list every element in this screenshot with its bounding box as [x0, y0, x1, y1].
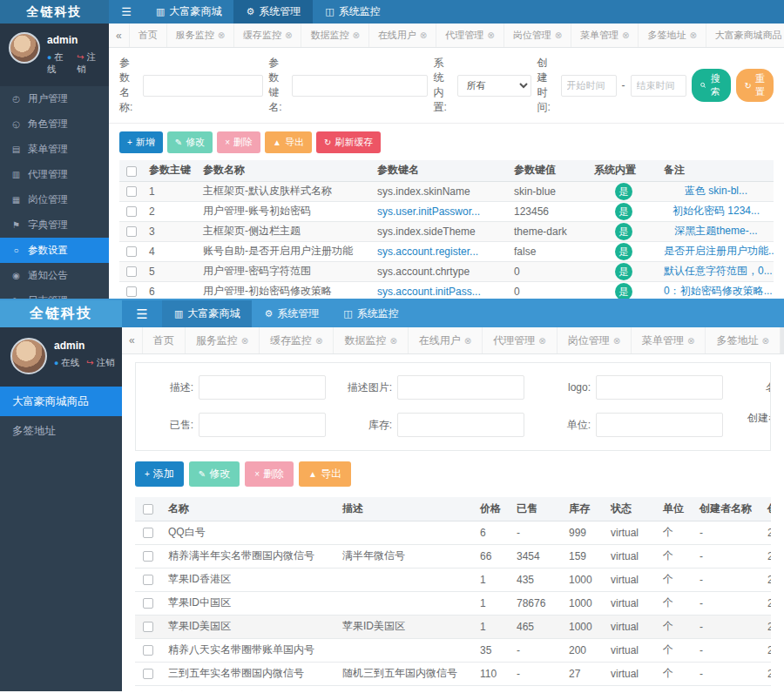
row-checkbox[interactable] — [143, 622, 153, 632]
field-input[interactable] — [596, 375, 723, 400]
nav-item[interactable]: ◫ 系统监控 — [331, 300, 410, 327]
field-input[interactable] — [397, 375, 524, 400]
tab-close-icon[interactable]: ⊗ — [555, 30, 562, 40]
param-key-cell[interactable]: sys.index.skinName — [372, 181, 509, 201]
nav-item[interactable]: ⚙ 系统管理 — [233, 0, 313, 24]
tab-close-icon[interactable]: ⊗ — [315, 336, 322, 346]
row-checkbox[interactable] — [143, 598, 153, 609]
tab-close-icon[interactable]: ⊗ — [352, 30, 359, 40]
select-all-checkbox[interactable] — [126, 166, 137, 177]
param-name-input[interactable] — [143, 75, 263, 97]
param-key-cell[interactable]: sys.account.initPass... — [372, 281, 509, 300]
table-row[interactable]: QQ白号 6 - 999 virtual 个 - 20 — [135, 521, 771, 544]
table-row[interactable]: 1 主框架页-默认皮肤样式名称 sys.index.skinName skin-… — [119, 181, 774, 201]
column-header[interactable]: 参数键值 — [509, 160, 589, 181]
tab-item[interactable]: 多签地址 ⊗ — [706, 327, 780, 353]
tab-item[interactable]: 多签地址 ⊗ — [639, 24, 706, 47]
tab-item[interactable]: 在线用户 ⊗ — [409, 327, 483, 353]
toolbar-button[interactable]: + 新增 — [119, 131, 163, 153]
builtin-select[interactable]: 所有 — [457, 75, 532, 97]
tab-item[interactable]: 代理管理 ⊗ — [436, 24, 504, 47]
toolbar-button[interactable]: ↻ 刷新缓存 — [316, 131, 381, 153]
tab-close-icon[interactable]: ⊗ — [622, 30, 629, 40]
tab-close-icon[interactable]: ⊗ — [761, 336, 768, 346]
row-checkbox[interactable] — [126, 226, 137, 237]
tab-close-icon[interactable]: ⊗ — [487, 30, 494, 40]
column-header[interactable]: 参数名称 — [198, 160, 372, 181]
table-row[interactable]: 苹果ID美国区 苹果ID美国区 1 465 1000 virtual 个 - 2… — [135, 615, 771, 638]
field-input[interactable] — [199, 375, 326, 400]
tab-close-icon[interactable]: ⊗ — [689, 30, 696, 40]
tab-item[interactable]: 首页 ⊗ — [130, 24, 167, 47]
avatar[interactable] — [10, 338, 47, 374]
table-row[interactable]: 4 账号自助-是否开启用户注册功能 sys.account.register..… — [119, 241, 774, 261]
row-checkbox[interactable] — [143, 645, 153, 656]
tab-close-icon[interactable]: ⊗ — [389, 336, 396, 346]
sidebar-item[interactable]: ◵ 角色管理 ‹ — [0, 111, 109, 137]
tab-item[interactable]: 缓存监控 ⊗ — [260, 327, 334, 353]
column-header[interactable]: 创建时间 — [760, 497, 771, 521]
tab-item[interactable]: 岗位管理 ⊗ — [558, 327, 632, 353]
sidebar-toggle-button[interactable]: ☰ — [109, 0, 144, 24]
sidebar-item[interactable]: 大富豪商城商品 — [0, 387, 122, 416]
toolbar-button[interactable]: ✎ 修改 — [189, 461, 240, 487]
tab-item[interactable]: 服务监控 ⊗ — [186, 327, 260, 353]
row-checkbox[interactable] — [143, 575, 153, 585]
row-checkbox[interactable] — [143, 669, 153, 679]
sidebar-item[interactable]: ◉ 通知公告 ‹ — [0, 263, 109, 288]
param-key-cell[interactable]: sys.account.chrtype — [372, 261, 509, 281]
row-checkbox[interactable] — [126, 246, 137, 257]
tab-item[interactable]: 数据监控 ⊗ — [334, 327, 408, 353]
tab-close-icon[interactable]: ⊗ — [538, 336, 545, 346]
toolbar-button[interactable]: + 添加 — [135, 461, 184, 487]
table-row[interactable]: 3 主框架页-侧边栏主题 sys.index.sideTheme theme-d… — [119, 221, 774, 241]
tab-item[interactable]: 缓存监控 ⊗ — [234, 24, 301, 47]
column-header[interactable]: 描述 — [335, 497, 473, 521]
tab-item[interactable]: 大富豪商城商品 ⊗ — [781, 327, 784, 353]
table-row[interactable]: 精养满月国内带实名带圈微信号 38 - 200 virtual 个 - 20 — [135, 685, 771, 691]
toolbar-button[interactable]: × 删除 — [217, 131, 260, 153]
sidebar-item[interactable]: 多签地址 — [0, 416, 122, 446]
tab-item[interactable]: 首页 ⊗ — [143, 327, 186, 353]
avatar[interactable] — [9, 32, 40, 64]
nav-item[interactable]: ▥ 大富豪商城 — [162, 300, 252, 327]
nav-item[interactable]: ◫ 系统监控 — [313, 0, 392, 24]
tab-item[interactable]: 服务监控 ⊗ — [167, 24, 234, 47]
column-header[interactable]: 创建者名称 — [693, 497, 760, 521]
toolbar-button[interactable]: ✎ 修改 — [167, 131, 213, 153]
tab-close-icon[interactable]: ⊗ — [420, 30, 427, 40]
nav-item[interactable]: ▥ 大富豪商城 — [144, 0, 233, 24]
remark-link[interactable]: 0：初始密码修改策略... — [659, 281, 774, 300]
logout-link[interactable]: ↪ 注销 — [77, 51, 102, 76]
field-input[interactable] — [199, 413, 326, 437]
row-checkbox[interactable] — [143, 551, 153, 562]
sidebar-toggle-button[interactable]: ☰ — [122, 300, 162, 327]
sidebar-item[interactable]: ⚑ 字典管理 ‹ — [0, 212, 109, 238]
column-header[interactable]: 参数键名 — [372, 160, 509, 181]
table-row[interactable]: 精养八天实名带圈带账单国内号 35 - 200 virtual 个 - 20 — [135, 638, 771, 662]
table-row[interactable]: 精养满半年实名带圈国内微信号 满半年微信号 66 3454 159 virtua… — [135, 544, 771, 568]
column-header[interactable]: 价格 — [473, 497, 510, 521]
tab-item[interactable]: 大富豪商城商品 ⊗ — [706, 24, 784, 47]
toolbar-button[interactable]: ▲ 导出 — [299, 461, 351, 487]
tabs-collapse-button[interactable]: « — [122, 327, 143, 353]
toolbar-button[interactable]: × 删除 — [245, 461, 294, 487]
tab-item[interactable]: 菜单管理 ⊗ — [632, 327, 706, 353]
tab-close-icon[interactable]: ⊗ — [464, 336, 471, 346]
column-header[interactable]: 已售 — [510, 497, 562, 521]
tab-item[interactable]: 代理管理 ⊗ — [483, 327, 557, 353]
logout-link[interactable]: ↪ 注销 — [86, 357, 114, 369]
field-input[interactable] — [596, 413, 723, 437]
end-time-input[interactable] — [631, 75, 686, 97]
column-header[interactable]: 名称 — [161, 497, 335, 521]
column-header[interactable]: 备注 — [659, 160, 774, 181]
nav-item[interactable]: ⚙ 系统管理 — [252, 300, 331, 327]
remark-link[interactable]: 默认任意字符范围，0... — [659, 261, 774, 281]
tab-item[interactable]: 数据监控 ⊗ — [301, 24, 368, 47]
tab-close-icon[interactable]: ⊗ — [241, 336, 248, 346]
tab-close-icon[interactable]: ⊗ — [218, 30, 225, 40]
search-button[interactable]: 搜索 — [692, 69, 731, 102]
tab-item[interactable]: 在线用户 ⊗ — [369, 24, 436, 47]
table-row[interactable]: 2 用户管理-账号初始密码 sys.user.initPasswor... 12… — [119, 201, 774, 221]
tabs-collapse-button[interactable]: « — [109, 24, 130, 47]
